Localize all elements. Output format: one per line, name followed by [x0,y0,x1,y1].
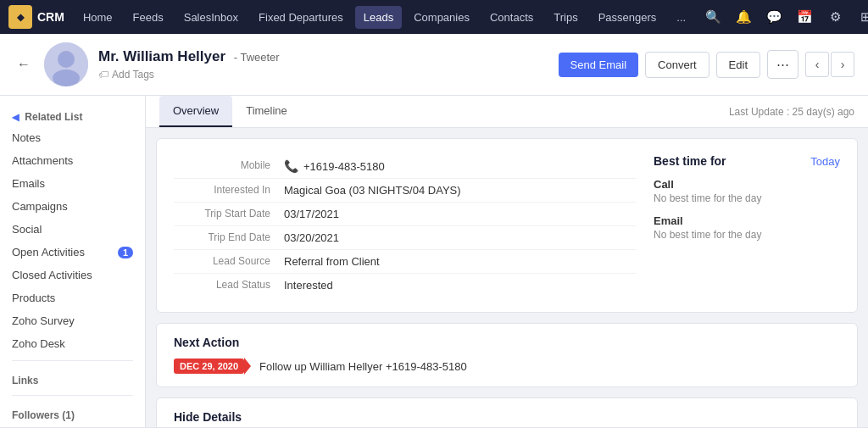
open-activities-badge: 1 [118,247,133,258]
edit-button[interactable]: Edit [716,52,760,78]
field-row-trip-end: Trip End Date 03/20/2021 [174,226,637,250]
nav-item-contacts[interactable]: Contacts [481,6,542,29]
sidebar-item-notes[interactable]: Notes [0,126,145,149]
lead-source-value: Referral from Client [284,255,380,268]
trip-end-value: 03/20/2021 [284,231,339,244]
send-email-button[interactable]: Send Email [559,53,638,77]
lead-info: Mr. William Hellyer - Tweeter 🏷 Add Tags [98,48,548,81]
field-row-interested-in: Interested In Magical Goa (03 NIGHTS/04 … [174,179,637,203]
field-row-lead-source: Lead Source Referral from Client [174,250,637,274]
trip-start-value: 03/17/2021 [284,208,339,220]
best-time-title: Best time for [654,154,726,168]
hide-details-card: Hide Details Lead Information [156,397,858,427]
sidebar-divider-1 [12,360,133,361]
previous-record-button[interactable]: ‹ [805,52,829,77]
nav-item-salesinbox[interactable]: SalesInbox [175,6,247,29]
back-button[interactable]: ← [14,53,34,75]
main-layout: ◀ Related List Notes Attachments Emails … [0,96,868,427]
lead-source-label: Lead Source [174,255,284,267]
last-update-text: Last Update : 25 day(s) ago [729,97,854,126]
mobile-value: 📞 +1619-483-5180 [284,159,385,173]
best-time-header: Best time for Today [654,154,840,168]
tabs-bar: Overview Timeline Last Update : 25 day(s… [146,96,868,128]
info-fields: Mobile 📞 +1619-483-5180 Interested In Ma… [174,154,637,297]
followers-title: Followers (1) [0,401,145,425]
lead-status-value: Interested [284,279,333,292]
convert-button[interactable]: Convert [645,52,709,78]
lead-name-line: Mr. William Hellyer - Tweeter [98,48,548,65]
interested-in-value: Magical Goa (03 NIGHTS/04 DAYS) [284,184,461,197]
date-badge-container: DEC 29, 2020 [174,358,251,375]
related-list-title: ◀ Related List [0,103,145,126]
add-tags-button[interactable]: 🏷 Add Tags [98,69,548,81]
email-no-time: No best time for the day [654,229,840,241]
content-inner: Mobile 📞 +1619-483-5180 Interested In Ma… [146,128,868,427]
trip-start-label: Trip Start Date [174,208,284,220]
sidebar-item-social[interactable]: Social [0,218,145,241]
settings-icon[interactable]: ⚙ [823,5,847,29]
sidebar-item-closed-activities[interactable]: Closed Activities [0,264,145,286]
sidebar-item-products[interactable]: Products [0,286,145,309]
lead-status-label: Lead Status [174,279,284,291]
action-text: Follow up William Hellyer +1619-483-5180 [259,360,467,373]
call-label: Call [654,178,840,191]
field-row-lead-status: Lead Status Interested [174,274,637,297]
sidebar-item-open-activities[interactable]: Open Activities 1 [0,241,145,264]
sidebar-item-attachments[interactable]: Attachments [0,149,145,172]
sidebar-item-zoho-desk[interactable]: Zoho Desk [0,332,145,355]
next-action-title: Next Action [174,336,840,349]
nav-item-feeds[interactable]: Feeds [125,6,172,29]
sidebar: ◀ Related List Notes Attachments Emails … [0,96,146,427]
content-area: Overview Timeline Last Update : 25 day(s… [146,96,868,427]
date-badge: DEC 29, 2020 [174,359,244,374]
tag-icon: 🏷 [98,69,108,81]
nav-item-fixed-departures[interactable]: Fixed Departures [250,6,352,29]
header-actions: Send Email Convert Edit ⋯ ‹ › [559,50,854,79]
sidebar-item-campaigns[interactable]: Campaigns [0,195,145,218]
action-row: DEC 29, 2020 Follow up William Hellyer +… [174,358,840,375]
sidebar-item-zoho-survey[interactable]: Zoho Survey [0,309,145,332]
field-row-trip-start: Trip Start Date 03/17/2021 [174,203,637,226]
tabs: Overview Timeline [159,96,301,127]
tab-overview[interactable]: Overview [159,96,232,127]
nav-item-passengers[interactable]: Passengers [590,6,665,29]
nav-item-trips[interactable]: Trips [545,6,586,29]
sidebar-item-emails[interactable]: Emails [0,172,145,195]
phone-icon: 📞 [284,159,298,173]
bell-icon[interactable]: 🔔 [732,5,755,29]
field-row-mobile: Mobile 📞 +1619-483-5180 [174,154,637,179]
top-navigation: ◆ CRM Home Feeds SalesInbox Fixed Depart… [0,0,868,34]
nav-item-home[interactable]: Home [75,6,121,29]
logo-text: CRM [37,10,64,24]
apps-icon[interactable]: ⊞ [854,5,868,29]
calendar-icon[interactable]: 📅 [793,5,816,29]
email-label: Email [654,214,840,227]
next-record-button[interactable]: › [831,52,854,77]
logo-icon: ◆ [8,5,32,29]
trip-end-label: Trip End Date [174,231,284,243]
lead-company: - Tweeter [234,51,280,64]
tab-timeline[interactable]: Timeline [232,96,301,127]
nav-icons: 🔍 🔔 💬 📅 ⚙ ⊞ W [701,5,868,29]
next-action-card: Next Action DEC 29, 2020 Follow up Willi… [156,323,858,387]
lead-avatar [44,42,88,86]
hide-details-title[interactable]: Hide Details [174,410,840,424]
lead-name: Mr. William Hellyer [98,48,225,64]
info-card: Mobile 📞 +1619-483-5180 Interested In Ma… [156,138,858,313]
today-link[interactable]: Today [810,155,840,168]
page-header: ← Mr. William Hellyer - Tweeter 🏷 Add Ta… [0,34,868,96]
svg-point-2 [53,69,80,86]
record-navigation: ‹ › [805,52,854,77]
mobile-label: Mobile [174,159,284,171]
logo: ◆ CRM [8,5,64,29]
nav-item-companies[interactable]: Companies [405,6,478,29]
more-actions-button[interactable]: ⋯ [767,50,798,79]
chat-icon[interactable]: 💬 [762,5,786,29]
links-title: Links [0,366,145,390]
nav-item-leads[interactable]: Leads [355,6,402,29]
search-icon[interactable]: 🔍 [701,5,725,29]
nav-item-more[interactable]: ... [668,6,694,29]
best-time-card: Best time for Today Call No best time fo… [654,154,840,297]
sidebar-divider-2 [12,395,133,396]
svg-point-1 [58,51,75,68]
